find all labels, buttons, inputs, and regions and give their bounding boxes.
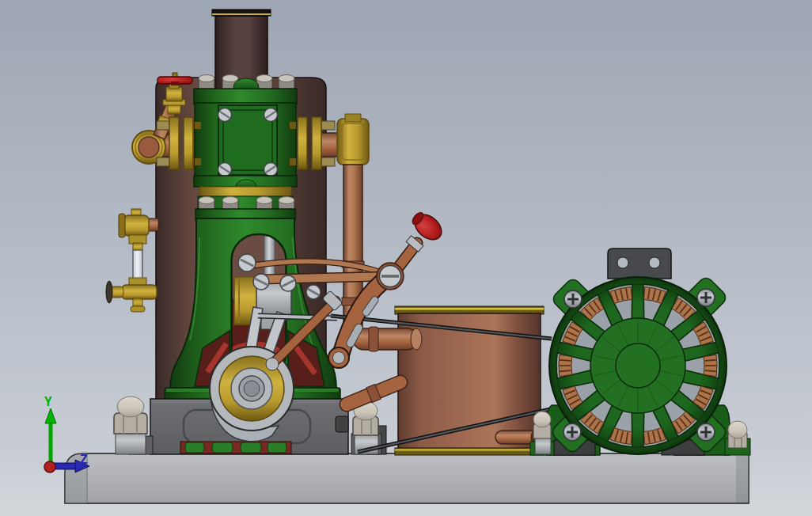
viewport-canvas[interactable]: Y Z xyxy=(0,0,812,516)
cap-nut xyxy=(533,412,551,427)
cap-nut xyxy=(117,396,144,417)
foundation-bolt-gen-left[interactable] xyxy=(530,412,554,455)
foundation-bolt-gen-right[interactable] xyxy=(725,421,750,455)
base-plate[interactable] xyxy=(65,453,749,503)
y-axis-label: Y xyxy=(44,394,52,409)
cap-nut xyxy=(728,421,747,438)
cylinder-brass-band xyxy=(199,187,291,196)
steam-chest[interactable] xyxy=(194,75,297,221)
cad-viewport[interactable]: Y Z xyxy=(0,0,812,516)
gauge-glass-tube xyxy=(133,250,142,279)
generator[interactable] xyxy=(546,249,730,455)
z-axis-label: Z xyxy=(80,452,88,467)
triad-origin xyxy=(44,461,55,472)
